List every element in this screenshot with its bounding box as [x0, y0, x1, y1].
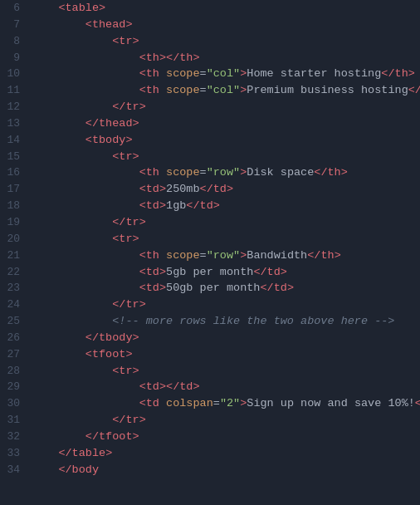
line-number: 11: [0, 83, 32, 99]
line-number: 7: [0, 17, 32, 33]
line-content: <tr>: [32, 363, 420, 380]
code-line: 19 </tr>: [0, 214, 420, 231]
line-number: 25: [0, 314, 32, 330]
line-content: <td>5gb per month</td>: [32, 264, 420, 281]
line-content: <td>1gb</td>: [32, 198, 420, 214]
line-content: </tr>: [32, 412, 420, 429]
line-content: </tbody>: [32, 330, 420, 346]
line-number: 19: [0, 215, 32, 231]
code-editor: 6 <table>7 <thead>8 <tr>9 <th></th>10 <t…: [0, 0, 420, 505]
line-number: 9: [0, 51, 32, 66]
line-content: </thead>: [32, 115, 420, 132]
code-line: 12 </tr>: [0, 99, 420, 115]
code-line: 30 <td colspan="2">Sign up now and save …: [0, 395, 420, 412]
line-number: 30: [0, 396, 32, 412]
code-line: 15 <tr>: [0, 149, 420, 165]
line-content: <tfoot>: [32, 346, 420, 363]
line-content: <td>250mb</td>: [32, 181, 420, 198]
code-line: 32 </tfoot>: [0, 429, 420, 445]
line-content: <th></th>: [32, 50, 420, 66]
code-line: 8 <tr>: [0, 33, 420, 50]
code-line: 18 <td>1gb</td>: [0, 198, 420, 214]
line-number: 23: [0, 281, 32, 297]
line-number: 15: [0, 150, 32, 165]
line-number: 27: [0, 347, 32, 363]
line-content: <th scope="col">Premium business hosting…: [32, 82, 420, 99]
code-line: 26 </tbody>: [0, 330, 420, 346]
code-line: 21 <th scope="row">Bandwidth</th>: [0, 248, 420, 264]
code-line: 9 <th></th>: [0, 50, 420, 66]
line-number: 16: [0, 165, 32, 181]
line-number: 34: [0, 463, 32, 478]
code-line: 29 <td></td>: [0, 379, 420, 395]
line-content: <tr>: [32, 231, 420, 248]
line-content: <tr>: [32, 149, 420, 165]
code-line: 10 <th scope="col">Home starter hosting<…: [0, 66, 420, 82]
code-line: 16 <th scope="row">Disk space</th>: [0, 164, 420, 181]
code-line: 27 <tfoot>: [0, 346, 420, 363]
code-line: 11 <th scope="col">Premium business host…: [0, 82, 420, 99]
line-content: <tr>: [32, 33, 420, 50]
line-number: 20: [0, 232, 32, 248]
line-number: 13: [0, 116, 32, 132]
code-line: 14 <tbody>: [0, 132, 420, 149]
line-number: 12: [0, 100, 32, 115]
code-line: 6 <table>: [0, 0, 420, 17]
line-content: </body: [32, 462, 420, 478]
code-line: 13 </thead>: [0, 115, 420, 132]
line-number: 14: [0, 133, 32, 149]
code-line: 33 </table>: [0, 445, 420, 462]
line-number: 8: [0, 34, 32, 50]
code-line: 34 </body: [0, 462, 420, 478]
line-content: </tr>: [32, 214, 420, 231]
code-line: 7 <thead>: [0, 17, 420, 33]
line-number: 33: [0, 446, 32, 462]
line-number: 32: [0, 429, 32, 445]
line-content: <thead>: [32, 17, 420, 33]
code-line: 31 </tr>: [0, 412, 420, 429]
line-content: <tbody>: [32, 132, 420, 149]
code-line: 24 </tr>: [0, 297, 420, 313]
line-content: <th scope="row">Bandwidth</th>: [32, 248, 420, 264]
line-content: <th scope="row">Disk space</th>: [32, 164, 420, 181]
line-number: 18: [0, 199, 32, 214]
code-line: 28 <tr>: [0, 363, 420, 380]
line-content: </table>: [32, 445, 420, 462]
line-content: <td></td>: [32, 379, 420, 395]
line-content: <table>: [32, 0, 420, 17]
line-number: 6: [0, 1, 32, 17]
line-content: <td colspan="2">Sign up now and save 10%…: [32, 395, 420, 412]
line-content: <th scope="col">Home starter hosting</th…: [32, 66, 420, 82]
code-line: 20 <tr>: [0, 231, 420, 248]
line-number: 29: [0, 380, 32, 395]
line-content: </tr>: [32, 297, 420, 313]
line-number: 26: [0, 331, 32, 346]
line-number: 17: [0, 182, 32, 198]
line-content: </tr>: [32, 99, 420, 115]
line-number: 10: [0, 66, 32, 82]
code-line: 23 <td>50gb per month</td>: [0, 280, 420, 297]
line-content: </tfoot>: [32, 429, 420, 445]
line-number: 31: [0, 413, 32, 429]
line-number: 28: [0, 364, 32, 380]
line-number: 22: [0, 265, 32, 281]
code-line: 22 <td>5gb per month</td>: [0, 264, 420, 281]
line-number: 24: [0, 297, 32, 313]
line-content: <td>50gb per month</td>: [32, 280, 420, 297]
line-number: 21: [0, 248, 32, 264]
code-line: 17 <td>250mb</td>: [0, 181, 420, 198]
line-content: <!-- more rows like the two above here -…: [32, 313, 420, 330]
code-line: 25 <!-- more rows like the two above her…: [0, 313, 420, 330]
